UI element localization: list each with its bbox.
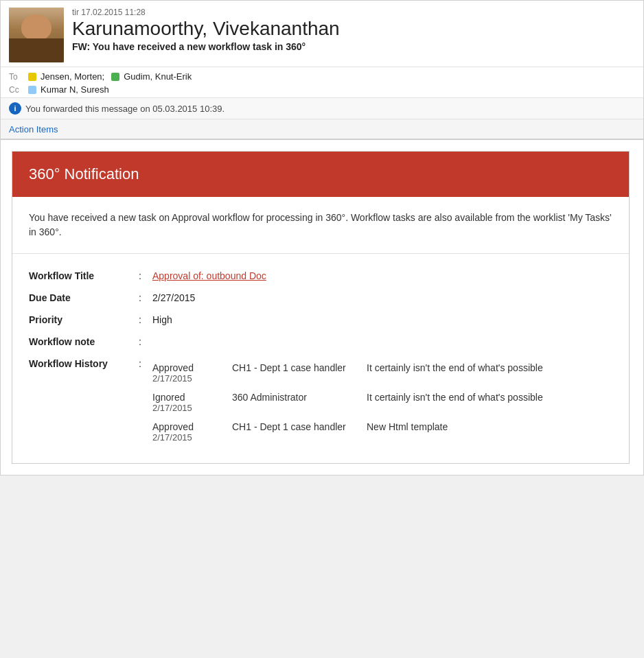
email-container: tir 17.02.2015 11:28 Karunamoorthy, Vive… bbox=[0, 0, 644, 475]
history-row: Ignored 2/17/2015 360 Administrator It c… bbox=[152, 388, 612, 417]
cc-label: Cc bbox=[9, 85, 25, 95]
workflow-note-colon: : bbox=[139, 336, 152, 347]
history-note: It certainly isn't the end of what's pos… bbox=[367, 392, 612, 403]
workflow-title-colon: : bbox=[139, 270, 152, 281]
notification-card: 360° Notification You have received a ne… bbox=[12, 151, 630, 464]
recipient-jensen: Jensen, Morten; bbox=[41, 71, 104, 82]
priority-colon: : bbox=[139, 314, 152, 325]
history-handler: CH1 - Dept 1 case handler bbox=[232, 421, 356, 432]
workflow-title-link[interactable]: Approval of: outbound Doc bbox=[152, 270, 266, 281]
history-row: Approved 2/17/2015 CH1 - Dept 1 case han… bbox=[152, 358, 612, 388]
recipient-gudim: Gudim, Knut-Erik bbox=[124, 71, 192, 82]
notification-title: 360° Notification bbox=[29, 165, 139, 183]
history-date: 2/17/2015 bbox=[152, 403, 221, 413]
workflow-title-value: Approval of: outbound Doc bbox=[152, 270, 612, 281]
history-note: It certainly isn't the end of what's pos… bbox=[367, 362, 612, 373]
due-date-row: Due Date : 2/27/2015 bbox=[29, 287, 612, 309]
workflow-history-row: Workflow History : Approved 2/17/2015 CH… bbox=[29, 353, 612, 452]
cc-row: Cc Kumar N, Suresh bbox=[9, 83, 635, 96]
email-header: tir 17.02.2015 11:28 Karunamoorthy, Vive… bbox=[1, 1, 643, 67]
email-body: 360° Notification You have received a ne… bbox=[1, 140, 643, 475]
notification-header: 360° Notification bbox=[12, 152, 629, 197]
history-date: 2/17/2015 bbox=[152, 373, 221, 384]
notification-body-text: You have received a new task on Approval… bbox=[29, 212, 612, 237]
timestamp: tir 17.02.2015 11:28 bbox=[72, 8, 635, 17]
priority-row: Priority : High bbox=[29, 309, 612, 331]
due-date-label: Due Date bbox=[29, 292, 139, 303]
due-date-value: 2/27/2015 bbox=[152, 292, 612, 303]
history-action: Ignored 2/17/2015 bbox=[152, 392, 221, 413]
history-action: Approved 2/17/2015 bbox=[152, 362, 221, 384]
to-row: To Jensen, Morten; Gudim, Knut-Erik bbox=[9, 70, 635, 83]
forwarded-text: You forwarded this message on 05.03.2015… bbox=[25, 104, 225, 114]
recipients-area: To Jensen, Morten; Gudim, Knut-Erik Cc K… bbox=[1, 67, 643, 98]
history-row: Approved 2/17/2015 CH1 - Dept 1 case han… bbox=[152, 417, 612, 447]
workflow-history-colon: : bbox=[139, 358, 152, 369]
history-table: Approved 2/17/2015 CH1 - Dept 1 case han… bbox=[152, 358, 612, 447]
action-items-link[interactable]: Action Items bbox=[9, 124, 58, 134]
recipient-badge-gudim bbox=[111, 73, 119, 81]
workflow-history-label: Workflow History bbox=[29, 358, 139, 369]
history-action: Approved 2/17/2015 bbox=[152, 421, 221, 443]
sender-name: Karunamoorthy, Vivekananthan bbox=[72, 19, 635, 40]
workflow-title-label: Workflow Title bbox=[29, 270, 139, 281]
history-action-label: Approved bbox=[152, 362, 221, 373]
to-label: To bbox=[9, 72, 25, 82]
workflow-note-row: Workflow note : bbox=[29, 331, 612, 353]
workflow-details: Workflow Title : Approval of: outbound D… bbox=[12, 254, 629, 463]
info-icon: i bbox=[9, 102, 21, 115]
due-date-colon: : bbox=[139, 292, 152, 303]
subject: FW: You have received a new workflow tas… bbox=[72, 41, 635, 52]
history-date: 2/17/2015 bbox=[152, 432, 221, 443]
action-items-bar[interactable]: Action Items bbox=[1, 119, 643, 140]
recipient-badge-jensen bbox=[28, 73, 36, 81]
workflow-title-row: Workflow Title : Approval of: outbound D… bbox=[29, 265, 612, 287]
header-info: tir 17.02.2015 11:28 Karunamoorthy, Vive… bbox=[72, 8, 635, 52]
forwarded-banner: i You forwarded this message on 05.03.20… bbox=[1, 98, 643, 119]
notification-body: You have received a new task on Approval… bbox=[12, 197, 629, 254]
priority-label: Priority bbox=[29, 314, 139, 325]
recipient-kumar: Kumar N, Suresh bbox=[41, 84, 109, 95]
history-note: New Html template bbox=[367, 421, 612, 432]
history-action-label: Ignored bbox=[152, 392, 221, 403]
history-handler: 360 Administrator bbox=[232, 392, 356, 403]
priority-value: High bbox=[152, 314, 612, 325]
recipient-badge-kumar bbox=[28, 86, 36, 94]
history-action-label: Approved bbox=[152, 421, 221, 432]
workflow-note-label: Workflow note bbox=[29, 336, 139, 347]
avatar bbox=[9, 8, 64, 62]
history-handler: CH1 - Dept 1 case handler bbox=[232, 362, 356, 373]
